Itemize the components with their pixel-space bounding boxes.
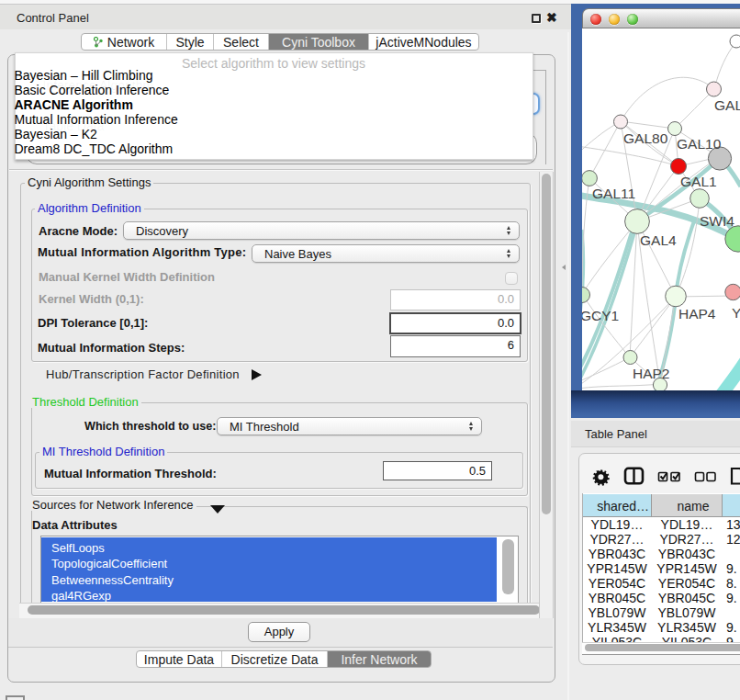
svg-text:GAL1: GAL1 bbox=[680, 174, 717, 189]
svg-text:GAL80: GAL80 bbox=[623, 130, 668, 146]
svg-text:GAL11: GAL11 bbox=[592, 186, 635, 201]
svg-text:HAP2: HAP2 bbox=[633, 366, 670, 381]
svg-text:GAL10: GAL10 bbox=[677, 136, 722, 152]
svg-text:YB: YB bbox=[732, 305, 740, 321]
svg-text:GAL4: GAL4 bbox=[640, 232, 677, 248]
svg-text:GCY1: GCY1 bbox=[582, 308, 619, 323]
svg-text:HAP4: HAP4 bbox=[678, 306, 716, 322]
svg-text:SWI4: SWI4 bbox=[700, 213, 734, 229]
svg-text:GAL2: GAL2 bbox=[714, 97, 740, 113]
